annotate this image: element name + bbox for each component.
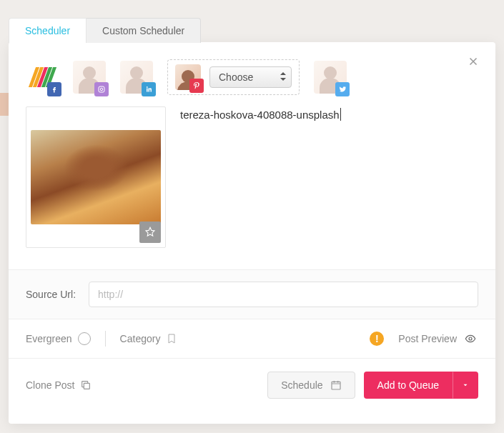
- board-dropdown[interactable]: Choose: [209, 66, 292, 88]
- account-linkedin[interactable]: [120, 61, 153, 94]
- actions-row: Clone Post Schedule Add to Queue: [9, 358, 495, 412]
- caret-down-icon: [462, 382, 469, 389]
- svg-rect-4: [332, 382, 340, 389]
- text-cursor: [340, 108, 341, 121]
- clone-label: Clone Post: [26, 379, 74, 391]
- source-url-input[interactable]: [89, 282, 478, 307]
- image-attachment[interactable]: [26, 106, 166, 248]
- svg-point-1: [100, 88, 103, 91]
- source-url-label: Source Url:: [26, 289, 76, 300]
- twitter-icon: [335, 82, 350, 96]
- evergreen-toggle[interactable]: Evergreen: [26, 332, 91, 345]
- svg-rect-3: [84, 383, 90, 389]
- attached-image: [31, 130, 161, 224]
- category-label: Category: [120, 333, 161, 344]
- svg-point-2: [469, 337, 472, 340]
- warning-icon: !: [370, 332, 384, 346]
- post-text-input[interactable]: tereza-hoskova-408088-unsplash: [180, 106, 478, 248]
- modal-tabs: Scheduler Custom Scheduler: [9, 18, 201, 43]
- content-row: tereza-hoskova-408088-unsplash: [9, 95, 495, 269]
- post-text-content: tereza-hoskova-408088-unsplash: [180, 109, 340, 121]
- compose-modal: Choose tereza-hoskova-408088-unsplash So…: [9, 42, 495, 424]
- tab-custom-scheduler[interactable]: Custom Scheduler: [87, 18, 201, 43]
- schedule-label: Schedule: [281, 379, 322, 391]
- clone-post-button[interactable]: Clone Post: [26, 379, 92, 391]
- pinterest-board-group: Choose: [167, 59, 300, 95]
- tab-scheduler[interactable]: Scheduler: [9, 18, 87, 43]
- circle-icon: [78, 332, 91, 345]
- preview-label: Post Preview: [398, 333, 457, 344]
- category-select[interactable]: Category: [120, 332, 178, 345]
- queue-dropdown-button[interactable]: [453, 372, 478, 399]
- bookmark-icon: [166, 332, 177, 345]
- schedule-button[interactable]: Schedule: [267, 372, 355, 399]
- add-to-queue-button[interactable]: Add to Queue: [364, 372, 453, 399]
- account-pinterest[interactable]: [175, 64, 201, 90]
- post-preview-button[interactable]: Post Preview: [398, 333, 478, 344]
- pinterest-icon: [189, 79, 204, 93]
- board-select[interactable]: Choose: [209, 66, 292, 88]
- star-icon[interactable]: [139, 222, 161, 243]
- eye-icon: [463, 333, 478, 344]
- account-instagram[interactable]: [73, 61, 106, 94]
- close-icon[interactable]: [467, 55, 480, 71]
- copy-icon: [80, 379, 92, 391]
- divider: [105, 331, 106, 347]
- account-twitter[interactable]: [314, 61, 347, 94]
- facebook-icon: [47, 82, 61, 96]
- svg-rect-0: [99, 86, 104, 92]
- queue-label: Add to Queue: [377, 379, 439, 391]
- calendar-icon: [330, 379, 342, 391]
- linkedin-icon: [142, 82, 156, 96]
- evergreen-label: Evergreen: [26, 333, 72, 344]
- accounts-row: Choose: [9, 42, 495, 95]
- account-app-facebook[interactable]: [26, 61, 59, 94]
- instagram-icon: [94, 82, 109, 96]
- add-to-queue-group: Add to Queue: [364, 372, 478, 399]
- source-row: Source Url:: [9, 269, 495, 319]
- options-row: Evergreen Category ! Post Preview: [9, 319, 495, 358]
